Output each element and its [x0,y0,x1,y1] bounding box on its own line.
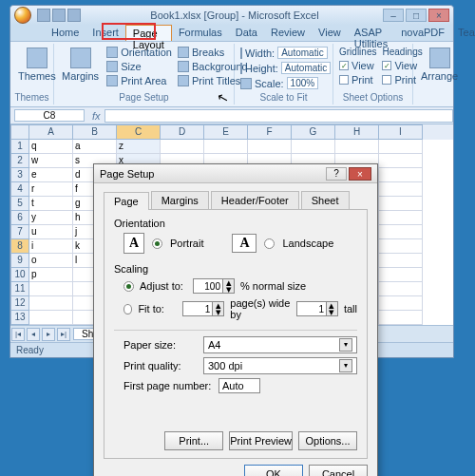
tab-data[interactable]: Data [229,25,264,41]
scale-control[interactable]: Scale:100% [238,76,329,90]
cell[interactable]: t [29,197,73,211]
nav-first[interactable]: |◂ [11,328,25,341]
col-header[interactable]: A [29,124,73,140]
adjust-spinner[interactable]: ▴▾ [193,278,235,294]
fit-radio[interactable] [124,304,132,314]
cell[interactable] [204,140,248,154]
dtab-headerfooter[interactable]: Header/Footer [211,191,299,209]
print-button[interactable]: Print... [164,431,223,450]
minimize-button[interactable]: – [383,9,404,22]
width-control[interactable]: Width:Automatic [238,46,329,60]
printpreview-button[interactable]: Print Preview [229,431,293,450]
gridlines-view[interactable]: ✓View [337,59,378,72]
cancel-button[interactable]: Cancel [309,465,368,476]
row-header[interactable]: 10 [10,268,29,282]
cell[interactable]: i [29,239,73,254]
row-header[interactable]: 3 [10,168,29,182]
cell[interactable] [379,197,423,211]
nav-last[interactable]: ▸| [57,328,70,341]
name-box[interactable]: C8 [14,109,85,122]
dtab-margins[interactable]: Margins [151,191,209,209]
col-header[interactable]: D [161,124,204,140]
orientation-button[interactable]: Orientation [104,46,174,59]
row-header[interactable]: 1 [10,140,29,154]
cell[interactable] [379,311,423,325]
row-header[interactable]: 6 [10,211,29,225]
close-button[interactable]: × [428,9,449,22]
gridlines-print[interactable]: Print [337,73,378,86]
height-control[interactable]: Height:Automatic [238,61,329,75]
ok-button[interactable]: OK [244,465,303,476]
row-header[interactable]: 12 [10,296,29,311]
margins-button[interactable]: Margins [58,46,103,90]
cell[interactable]: a [73,140,117,154]
office-button[interactable] [14,7,31,24]
tab-home[interactable]: Home [45,25,86,41]
tab-insert[interactable]: Insert [86,25,125,41]
dialog-help-button[interactable]: ? [326,167,347,181]
adjust-radio[interactable] [124,281,134,292]
options-button[interactable]: Options... [298,431,357,450]
printarea-button[interactable]: Print Area [104,74,174,87]
cell[interactable] [379,254,423,268]
cell[interactable] [29,296,73,311]
col-header[interactable]: H [335,124,379,140]
qat-undo-icon[interactable] [52,9,66,22]
landscape-radio[interactable] [264,238,275,249]
cell[interactable]: z [117,140,161,154]
cell[interactable] [379,140,423,154]
row-header[interactable]: 2 [10,154,29,168]
row-header[interactable]: 4 [10,182,29,197]
select-all-corner[interactable] [10,124,29,140]
cell[interactable] [379,168,423,182]
paper-select[interactable]: A4▾ [203,336,357,353]
fx-icon[interactable]: fx [92,110,101,122]
cell[interactable] [379,154,423,168]
quality-select[interactable]: 300 dpi▾ [203,357,357,374]
row-header[interactable]: 11 [10,282,29,296]
cell[interactable] [335,140,379,154]
cell[interactable] [161,140,204,154]
arrange-button[interactable]: Arrange [417,46,462,101]
tab-pagelayout[interactable]: Page Layout [125,25,172,41]
tab-asap[interactable]: ASAP Utilities [348,25,394,41]
nav-next[interactable]: ▸ [42,328,55,341]
cell[interactable] [379,268,423,282]
cell[interactable]: r [29,182,73,197]
cell[interactable] [248,140,292,154]
tab-novapdf[interactable]: novaPDF [394,25,451,41]
cell[interactable] [379,211,423,225]
dtab-page[interactable]: Page [104,192,149,210]
size-button[interactable]: Size [104,60,174,73]
col-header[interactable]: G [292,124,335,140]
cell[interactable] [379,239,423,254]
cell[interactable]: y [29,211,73,225]
nav-prev[interactable]: ◂ [27,328,40,341]
cell[interactable]: w [29,154,73,168]
tab-team[interactable]: Team [451,25,475,41]
maximize-button[interactable]: □ [406,9,427,22]
qat-redo-icon[interactable] [67,9,81,22]
row-header[interactable]: 5 [10,197,29,211]
tab-view[interactable]: View [312,25,348,41]
row-header[interactable]: 9 [10,254,29,268]
cell[interactable] [29,282,73,296]
row-header[interactable]: 13 [10,311,29,325]
cell[interactable]: u [29,225,73,239]
cell[interactable] [379,296,423,311]
col-header[interactable]: E [204,124,248,140]
tab-formulas[interactable]: Formulas [172,25,229,41]
portrait-radio[interactable] [152,238,162,249]
cell[interactable] [292,140,335,154]
cell[interactable] [379,182,423,197]
dialog-close-button[interactable]: × [349,167,371,181]
firstpage-input[interactable] [218,378,260,393]
col-header[interactable]: F [248,124,292,140]
cell[interactable]: q [29,140,73,154]
row-header[interactable]: 7 [10,225,29,239]
formula-bar[interactable] [104,109,453,123]
col-header[interactable]: B [73,124,117,140]
cell[interactable] [379,225,423,239]
row-header[interactable]: 8 [10,239,29,254]
col-header[interactable]: I [379,124,423,140]
